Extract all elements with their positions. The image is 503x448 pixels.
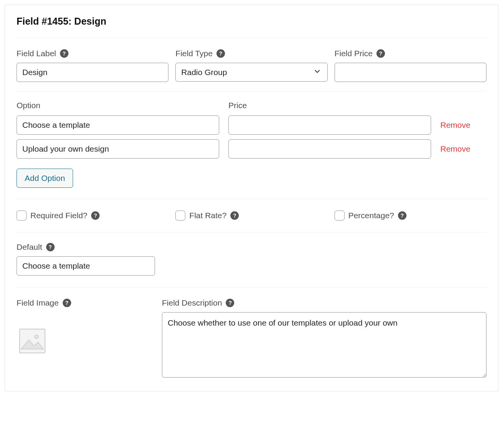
field-type-label: Field Type bbox=[175, 49, 213, 58]
field-price-label: Field Price bbox=[335, 49, 373, 58]
option-price-input[interactable] bbox=[228, 139, 431, 159]
flat-rate-checkbox[interactable] bbox=[175, 211, 185, 221]
remove-option-link[interactable]: Remove bbox=[440, 144, 486, 154]
basic-fields-row: Field Label ? Field Type ? Radio Group F… bbox=[17, 38, 486, 91]
field-price-col: Field Price ? bbox=[335, 49, 486, 82]
field-description-textarea[interactable] bbox=[162, 312, 486, 378]
default-row: Default ? bbox=[17, 232, 486, 287]
field-description-label: Field Description bbox=[162, 298, 222, 308]
field-image-label: Field Image bbox=[17, 298, 59, 308]
help-icon[interactable]: ? bbox=[60, 49, 68, 58]
image-placeholder-icon bbox=[17, 326, 47, 356]
percentage-label: Percentage? bbox=[348, 211, 394, 220]
option-column-label: Option bbox=[17, 101, 219, 110]
field-price-input[interactable] bbox=[335, 63, 486, 82]
default-input[interactable] bbox=[17, 256, 155, 276]
svg-point-1 bbox=[35, 335, 38, 339]
default-label: Default bbox=[17, 242, 42, 252]
help-icon[interactable]: ? bbox=[376, 49, 385, 58]
price-column-label: Price bbox=[228, 101, 431, 110]
help-icon[interactable]: ? bbox=[226, 299, 234, 307]
panel-title: Field #1455: Design bbox=[17, 16, 486, 27]
field-type-col: Field Type ? Radio Group bbox=[175, 49, 327, 82]
help-icon[interactable]: ? bbox=[46, 243, 55, 251]
flat-rate-label: Flat Rate? bbox=[189, 211, 227, 220]
percentage-checkbox[interactable] bbox=[335, 211, 345, 221]
remove-option-link[interactable]: Remove bbox=[440, 120, 486, 130]
field-label-label: Field Label bbox=[17, 49, 56, 58]
help-icon[interactable]: ? bbox=[230, 211, 239, 220]
flags-row: Required Field? ? Flat Rate? ? Percentag… bbox=[17, 199, 486, 232]
help-icon[interactable]: ? bbox=[398, 211, 406, 220]
help-icon[interactable]: ? bbox=[91, 211, 100, 220]
required-checkbox[interactable] bbox=[17, 211, 27, 221]
required-label: Required Field? bbox=[30, 211, 87, 220]
field-label-input[interactable] bbox=[17, 63, 168, 82]
field-type-select[interactable]: Radio Group bbox=[175, 63, 327, 82]
option-price-input[interactable] bbox=[228, 115, 431, 135]
add-option-button[interactable]: Add Option bbox=[17, 169, 73, 188]
media-row: Field Image ? Field Description ? bbox=[17, 287, 486, 379]
options-section: Option Price Remove Remove Add Option bbox=[17, 91, 486, 199]
help-icon[interactable]: ? bbox=[217, 49, 225, 58]
field-config-panel: Field #1455: Design Field Label ? Field … bbox=[5, 5, 498, 391]
option-name-input[interactable] bbox=[17, 139, 219, 159]
image-placeholder[interactable] bbox=[17, 325, 48, 357]
field-label-col: Field Label ? bbox=[17, 49, 168, 82]
option-name-input[interactable] bbox=[17, 115, 219, 135]
help-icon[interactable]: ? bbox=[63, 299, 71, 307]
